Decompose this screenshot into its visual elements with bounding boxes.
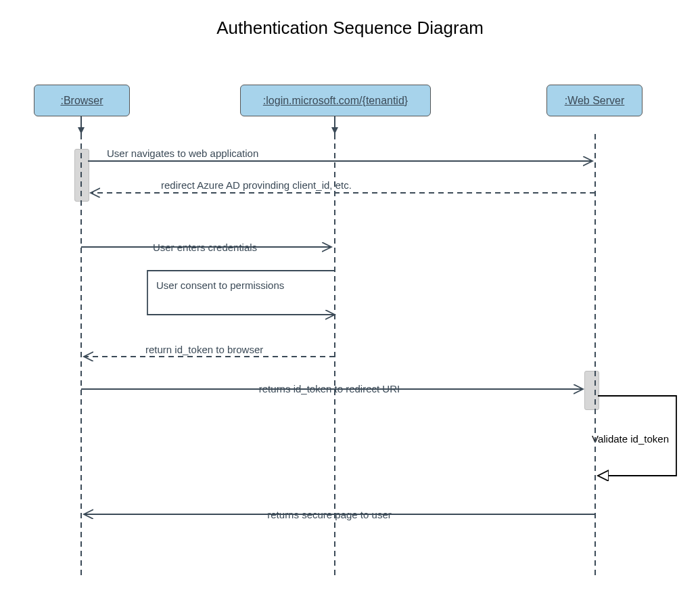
diagram-lines <box>0 0 700 609</box>
diagram-canvas: Authentication Sequence Diagram :Browser… <box>0 0 700 609</box>
